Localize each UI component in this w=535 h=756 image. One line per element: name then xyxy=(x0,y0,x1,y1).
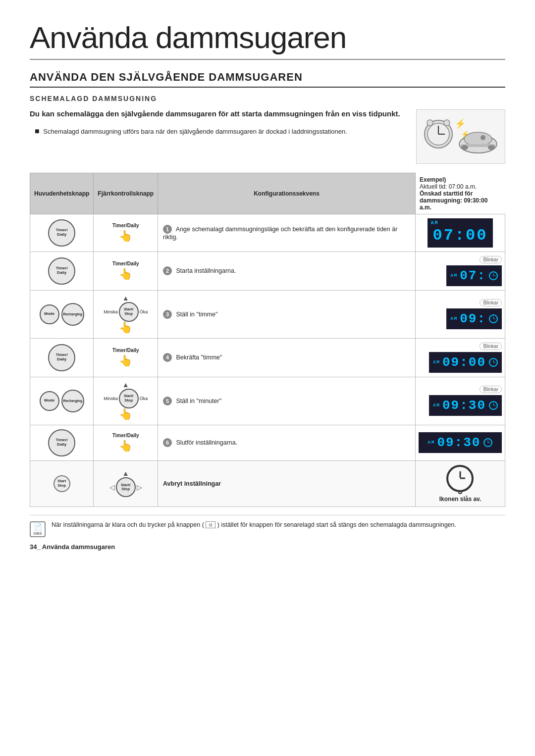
hand-cursor-icon-2: 👆 xyxy=(119,268,132,281)
timer-daily-button-main-4[interactable]: Timer/Daily xyxy=(48,344,75,371)
intro-image: ⚡ ⚡ xyxy=(416,109,505,164)
display-4: AM 09:00 xyxy=(429,352,502,373)
main-unit-cell-3: Mode Recharging xyxy=(30,290,94,338)
section-title: ANVÄNDA DEN SJÄLVGÅENDE DAMMSUGAREN xyxy=(30,71,505,88)
recharging-button-3[interactable]: Recharging xyxy=(61,303,84,326)
cancel-config-cell: Avbryt inställningar xyxy=(158,460,416,506)
svg-point-9 xyxy=(464,132,492,146)
minus-label-3: Minska xyxy=(104,309,118,314)
example-cell-6: AM 09:30 xyxy=(415,425,505,460)
dpad-5: ▲ Minska Start/Stop Öka 👆 xyxy=(104,381,148,421)
start-stop-small-button[interactable]: StartStop xyxy=(54,475,70,492)
config-cell-1: 1 Ange schemalagt dammsugningsläge och b… xyxy=(158,214,416,252)
blinkar-label-4: Blinkar xyxy=(480,343,502,350)
clock-dot xyxy=(458,490,462,494)
timer-daily-button-main-6[interactable]: Timer/Daily xyxy=(48,429,75,456)
remote-cell-4: Timer/Daily 👆 xyxy=(94,338,158,377)
main-unit-cell-6: Timer/Daily xyxy=(30,425,94,460)
plus-label-3: Öka xyxy=(140,309,148,314)
dpad-up-5: ▲ xyxy=(122,381,129,388)
hand-cursor-icon-5: 👆 xyxy=(119,408,132,421)
intro-bold: Du kan schemalägga den självgående damms… xyxy=(30,109,406,118)
page-number: 34_ Använda dammsugaren xyxy=(30,543,505,551)
remote-cell-1: Timer/Daily 👆 xyxy=(94,214,158,252)
table-row: Timer/Daily Timer/Daily 👆 2 Starta instä… xyxy=(30,252,505,290)
cancel-main-cell: StartStop xyxy=(30,460,94,506)
intro-note: ■ Schemalagd dammsugning utförs bara när… xyxy=(35,127,406,136)
recharging-button-5[interactable]: Recharging xyxy=(61,390,84,412)
subsection-title: SCHEMALAGD DAMMSUGNING xyxy=(30,95,505,102)
mode-button-5[interactable]: Mode xyxy=(40,391,59,411)
cancel-label: Avbryt inställningar xyxy=(163,480,221,487)
dpad-3: ▲ Minska Start/Stop Öka 👆 xyxy=(104,295,148,334)
start-stop-dpad-5[interactable]: Start/Stop xyxy=(119,389,139,408)
clock-icon-2 xyxy=(489,271,498,280)
hand-cursor-icon-3: 👆 xyxy=(119,321,132,334)
clock-icon-3 xyxy=(489,314,498,323)
example-cell-3: Blinkar AM 09: xyxy=(415,290,505,338)
example-cell-5: Blinkar AM 09:30 xyxy=(415,377,505,425)
svg-point-12 xyxy=(461,145,468,150)
config-cell-6: 6 Slutför inställningarna. xyxy=(158,425,416,460)
blinkar-label-3: Blinkar xyxy=(480,299,502,306)
hand-cursor-icon-6: 👆 xyxy=(119,440,132,453)
intro-illustration: ⚡ ⚡ xyxy=(421,112,500,161)
display-3: AM 09: xyxy=(446,308,502,329)
display-2: AM 07: xyxy=(446,265,502,286)
col-header-2: Fjärrkontrollsknapp xyxy=(94,173,158,214)
example-cell-2: Blinkar AM 07: xyxy=(415,252,505,290)
remote-cell-2: Timer/Daily 👆 xyxy=(94,252,158,290)
svg-point-13 xyxy=(488,145,495,150)
instruction-table: Huvudenhetsknapp Fjärrkontrollsknapp Kon… xyxy=(30,173,505,507)
table-row: Timer/Daily Timer/Daily 👆 1 Ange schemal… xyxy=(30,214,505,252)
page-title: Använda dammsugaren xyxy=(30,20,505,60)
remote-cell-6: Timer/Daily 👆 xyxy=(94,425,158,460)
icon-off-label: Ikonen slås av. xyxy=(439,496,482,503)
big-clock-icon xyxy=(446,465,474,492)
config-cell-3: 3 Ställ in "timme" xyxy=(158,290,416,338)
display-1: AM 07:00 xyxy=(428,218,492,248)
col-header-3: Konfigurationssekvens xyxy=(158,173,416,214)
clock-icon-5 xyxy=(489,401,498,410)
footer-text: När inställningarna är klara och du tryc… xyxy=(52,521,456,529)
blinkar-label-2: Blinkar xyxy=(480,256,502,263)
table-row: Mode Recharging ▲ Minska Start/Stop Öka xyxy=(30,377,505,425)
obs-icon: 📄 OBS xyxy=(30,521,46,537)
cancel-example-cell: Ikonen slås av. xyxy=(415,460,505,506)
main-unit-cell-1: Timer/Daily xyxy=(30,214,94,252)
remote-cell-5: ▲ Minska Start/Stop Öka 👆 xyxy=(94,377,158,425)
hand-cursor-icon-1: 👆 xyxy=(119,230,132,243)
svg-text:⚡: ⚡ xyxy=(455,118,466,129)
config-cell-2: 2 Starta inställningarna. xyxy=(158,252,416,290)
clock-icon-4 xyxy=(489,358,498,367)
intro-text: Du kan schemalägga den självgående damms… xyxy=(30,109,406,136)
svg-point-5 xyxy=(444,120,450,126)
remote-cell-3: ▲ Minska Start/Stop Öka 👆 xyxy=(94,290,158,338)
config-cell-4: 4 Bekräfta "timme" xyxy=(158,338,416,377)
table-row: Timer/Daily Timer/Daily 👆 4 Bekräfta "ti… xyxy=(30,338,505,377)
plus-label-5: Öka xyxy=(140,396,148,401)
start-stop-dpad-3[interactable]: Start/Stop xyxy=(119,302,139,322)
example-cell-4: Blinkar AM 09:00 xyxy=(415,338,505,377)
example-cell-1: AM 07:00 xyxy=(415,214,505,252)
timer-daily-button-main-2[interactable]: Timer/Daily xyxy=(48,257,75,285)
timer-daily-button-main-1[interactable]: Timer/Daily xyxy=(48,219,75,247)
display-5: AM 09:30 xyxy=(429,395,502,416)
display-6: AM 09:30 xyxy=(419,432,502,453)
minus-label-5: Minska xyxy=(104,396,118,401)
svg-point-10 xyxy=(481,135,485,140)
dpad-up-3: ▲ xyxy=(122,295,129,302)
start-stop-dpad-cancel[interactable]: Start/Stop xyxy=(116,477,136,497)
mode-button-3[interactable]: Mode xyxy=(40,304,59,324)
svg-point-4 xyxy=(427,120,433,126)
footer-note: 📄 OBS När inställningarna är klara och d… xyxy=(30,515,505,537)
page-container: Använda dammsugaren ANVÄNDA DEN SJÄLVGÅE… xyxy=(30,20,505,551)
col-header-1: Huvudenhetsknapp xyxy=(30,173,94,214)
config-cell-5: 5 Ställ in "minuter" xyxy=(158,377,416,425)
example-header: Exempel) Aktuell tid: 07:00 a.m. Önskad … xyxy=(420,176,501,211)
main-unit-cell-5: Mode Recharging xyxy=(30,377,94,425)
cancel-remote-cell: ▲ ◁ Start/Stop ▷ xyxy=(94,460,158,506)
table-row: Timer/Daily Timer/Daily 👆 6 Slutför inst… xyxy=(30,425,505,460)
table-row: Mode Recharging ▲ Minska Start/Stop Öka xyxy=(30,290,505,338)
blinkar-label-5: Blinkar xyxy=(480,386,502,393)
